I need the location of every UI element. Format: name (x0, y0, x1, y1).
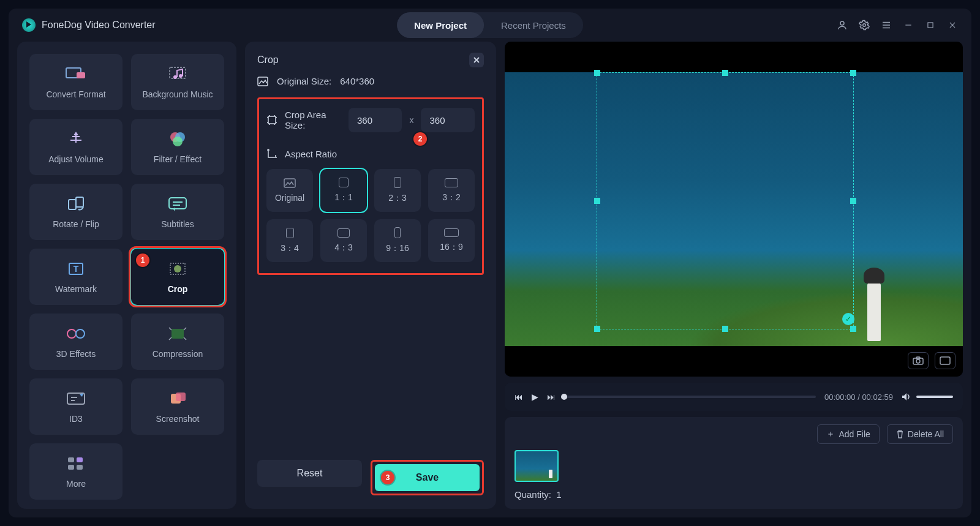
svg-rect-35 (68, 457, 74, 462)
crop-panel-title: Crop (257, 54, 279, 66)
tool-compression[interactable]: Compression (131, 314, 224, 370)
maximize-button[interactable] (925, 20, 936, 31)
tool-label: Filter / Effect (154, 154, 202, 164)
add-file-label: Add File (839, 429, 870, 439)
ratio-label: 16：9 (440, 242, 462, 253)
player-bar: ⏮ ▶ ⏭ 00:00:00 / 00:02:59 (505, 383, 963, 411)
tab-new-project[interactable]: New Project (397, 12, 484, 38)
tool-filter-effect[interactable]: Filter / Effect (131, 119, 224, 175)
ratio-2-3[interactable]: 2：3 (374, 169, 421, 212)
ratio-1-1[interactable]: 1：1 (320, 169, 367, 212)
ratio-16-9[interactable]: 16：9 (428, 219, 475, 262)
music-icon (167, 65, 189, 83)
video-canvas-area[interactable]: ✓ (505, 42, 963, 377)
svg-rect-19 (169, 198, 186, 209)
crop-panel-header: Crop (245, 42, 496, 76)
quantity-label: Quantity: 1 (514, 489, 562, 500)
title-bar: FoneDog Video Converter New Project Rece… (9, 9, 971, 42)
time-display: 00:00:00 / 00:02:59 (824, 393, 893, 402)
tool-screenshot[interactable]: Screenshot (131, 378, 224, 435)
filter-icon (167, 130, 189, 148)
volume-icon (902, 393, 911, 401)
tool-id3[interactable]: ID3 (29, 378, 123, 435)
ratio-3-2[interactable]: 3：2 (428, 169, 475, 212)
watermark-icon: T (65, 260, 87, 278)
tool-background-music[interactable]: Background Music (131, 54, 224, 110)
crop-panel-close-button[interactable] (469, 53, 484, 67)
tool-label: ID3 (69, 414, 83, 424)
tool-crop[interactable]: 1 Crop (131, 249, 224, 305)
svg-rect-17 (69, 200, 76, 209)
plus-icon: ＋ (826, 429, 835, 440)
ratio-9-16[interactable]: 9：16 (374, 219, 421, 262)
delete-all-button[interactable]: Delete All (887, 424, 953, 444)
ratio-4-3[interactable]: 4：3 (320, 219, 367, 262)
video-preview: ✓ (505, 42, 963, 377)
tool-convert-format[interactable]: Convert Format (29, 54, 123, 110)
tool-3d-effects[interactable]: 3D Effects (29, 314, 123, 370)
svg-rect-47 (940, 357, 950, 364)
tool-label: Background Music (142, 89, 213, 99)
prev-button[interactable]: ⏮ (514, 392, 523, 402)
scene-hill (688, 291, 963, 346)
add-file-button[interactable]: ＋ Add File (817, 424, 879, 444)
volume-slider[interactable] (916, 396, 953, 398)
tab-recent-projects[interactable]: Recent Projects (484, 12, 583, 38)
ratio-label: 4：3 (334, 242, 353, 254)
tool-grid: Convert Format Background Music Adjust V… (29, 54, 224, 500)
ratio-label: 3：2 (442, 192, 461, 203)
svg-rect-6 (928, 23, 933, 28)
svg-rect-38 (77, 465, 83, 470)
convert-icon (65, 65, 87, 83)
play-button[interactable]: ▶ (532, 392, 538, 402)
file-strip: ＋ Add File Delete All Quantity: (505, 417, 963, 509)
snapshot-icon[interactable] (908, 352, 929, 369)
right-panel: ✓ ⏮ ▶ ⏭ (505, 42, 963, 509)
callout-1: 1 (136, 254, 149, 267)
svg-rect-36 (77, 457, 83, 462)
svg-point-1 (863, 24, 866, 27)
menu-icon[interactable] (881, 20, 892, 31)
ratio-3-4[interactable]: 3：4 (266, 219, 313, 262)
crop-area-label: Crop Area Size: (285, 110, 341, 130)
tool-label: Crop (168, 284, 188, 294)
volume-control[interactable] (902, 393, 953, 401)
crop-height-input[interactable]: 360 (421, 108, 475, 132)
volume-icon (65, 130, 87, 148)
clip-thumbnail[interactable] (514, 450, 559, 482)
fullscreen-icon[interactable] (935, 352, 956, 369)
3d-icon (65, 325, 87, 343)
tool-subtitles[interactable]: Subtitles (131, 184, 224, 240)
svg-rect-10 (77, 72, 85, 78)
tool-label: Convert Format (46, 89, 105, 99)
tool-adjust-volume[interactable]: Adjust Volume (29, 119, 123, 175)
seek-bar[interactable] (564, 396, 816, 398)
ratio-label: 1：1 (334, 192, 353, 203)
minimize-button[interactable] (903, 20, 914, 31)
ratio-label: Original (275, 193, 304, 203)
ratio-label: 9：16 (386, 243, 409, 254)
crop-icon (167, 260, 189, 278)
crop-width-input[interactable]: 360 (349, 108, 402, 132)
tool-more[interactable]: More (29, 443, 123, 500)
quantity-text: Quantity: (514, 489, 551, 500)
app-logo-icon (22, 18, 36, 32)
reset-button[interactable]: Reset (257, 460, 362, 487)
scene-lighthouse (859, 261, 889, 341)
svg-rect-43 (284, 179, 295, 187)
ratio-original[interactable]: Original (266, 169, 313, 212)
strip-actions: ＋ Add File Delete All (514, 424, 953, 444)
crop-panel: Crop Original Size: 640*360 (245, 42, 496, 509)
titlebar-right-group (837, 20, 958, 31)
tool-label: Watermark (55, 284, 97, 294)
aspect-ratio-label-row: Aspect Ratio (266, 148, 475, 159)
tool-rotate-flip[interactable]: Rotate / Flip (29, 184, 123, 240)
delete-all-label: Delete All (908, 429, 944, 439)
tool-watermark[interactable]: T Watermark (29, 249, 123, 305)
close-button[interactable] (947, 20, 958, 31)
account-icon[interactable] (837, 20, 848, 31)
next-button[interactable]: ⏭ (547, 392, 556, 402)
project-tab-switch: New Project Recent Projects (397, 12, 583, 38)
aspect-ratio-label: Aspect Ratio (285, 149, 337, 159)
settings-icon[interactable] (859, 20, 870, 31)
